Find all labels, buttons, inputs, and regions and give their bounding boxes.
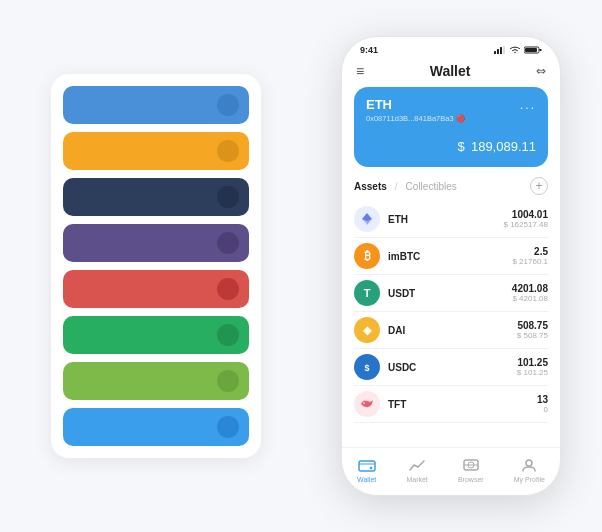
market-icon	[408, 456, 426, 474]
asset-row-usdt[interactable]: T USDT 4201.08 $ 4201.08	[354, 275, 548, 312]
imbtc-icon: ₿	[354, 243, 380, 269]
svg-rect-3	[503, 46, 505, 54]
status-time: 9:41	[360, 45, 378, 55]
currency-symbol: $	[458, 139, 465, 154]
list-item[interactable]	[63, 86, 249, 124]
status-icons	[494, 46, 542, 54]
svg-rect-6	[540, 49, 542, 51]
asset-values-usdc: 101.25 $ 101.25	[517, 357, 548, 377]
assets-tabs: Assets / Collectibles	[354, 181, 457, 192]
nav-wallet[interactable]: Wallet	[357, 456, 376, 483]
nav-wallet-label: Wallet	[357, 476, 376, 483]
asset-values-imbtc: 2.5 $ 21760.1	[512, 246, 548, 266]
asset-usd-dai: $ 508.75	[517, 331, 548, 340]
menu-icon[interactable]: ≡	[356, 63, 364, 79]
asset-amount-usdc: 101.25	[517, 357, 548, 368]
asset-usd-imbtc: $ 21760.1	[512, 257, 548, 266]
hero-card[interactable]: ETH ... 0x08711d3B...841Ba7Ba3 🔴 $ 189,0…	[354, 87, 548, 167]
asset-amount-imbtc: 2.5	[512, 246, 548, 257]
asset-row-eth[interactable]: ETH 1004.01 $ 162517.48	[354, 201, 548, 238]
asset-amount-tft: 13	[537, 394, 548, 405]
asset-row-imbtc[interactable]: ₿ imBTC 2.5 $ 21760.1	[354, 238, 548, 275]
eth-icon	[354, 206, 380, 232]
svg-rect-2	[500, 47, 502, 54]
svg-rect-13	[359, 461, 375, 471]
asset-values-tft: 13 0	[537, 394, 548, 414]
wifi-icon	[509, 46, 521, 54]
asset-list: ETH 1004.01 $ 162517.48 ₿ imBTC 2.5 $ 21…	[354, 201, 548, 423]
hero-card-header: ETH ...	[366, 97, 536, 112]
phone-content: ETH ... 0x08711d3B...841Ba7Ba3 🔴 $ 189,0…	[342, 87, 560, 447]
nav-market-label: Market	[406, 476, 427, 483]
asset-name-tft: TFT	[388, 399, 537, 410]
bottom-nav: Wallet Market Browser My Profile	[342, 447, 560, 495]
list-item[interactable]	[63, 316, 249, 354]
hero-card-address: 0x08711d3B...841Ba7Ba3 🔴	[366, 114, 536, 123]
status-bar: 9:41	[342, 37, 560, 59]
list-item[interactable]	[63, 224, 249, 262]
asset-usd-eth: $ 162517.48	[504, 220, 549, 229]
tab-collectibles[interactable]: Collectibles	[406, 181, 457, 192]
usdc-icon: $	[354, 354, 380, 380]
asset-row-dai[interactable]: ◈ DAI 508.75 $ 508.75	[354, 312, 548, 349]
nav-browser-label: Browser	[458, 476, 484, 483]
asset-name-usdc: USDC	[388, 362, 517, 373]
asset-name-usdt: USDT	[388, 288, 512, 299]
phone-mockup: 9:41	[341, 36, 561, 496]
list-item[interactable]	[63, 178, 249, 216]
svg-text:$: $	[364, 363, 369, 373]
dai-icon: ◈	[354, 317, 380, 343]
svg-rect-0	[494, 51, 496, 54]
list-item[interactable]	[63, 270, 249, 308]
balance-amount: 189,089.11	[471, 139, 536, 154]
nav-market[interactable]: Market	[406, 456, 427, 483]
asset-values-usdt: 4201.08 $ 4201.08	[512, 283, 548, 303]
asset-name-dai: DAI	[388, 325, 517, 336]
profile-icon	[520, 456, 538, 474]
asset-values-dai: 508.75 $ 508.75	[517, 320, 548, 340]
tab-assets[interactable]: Assets	[354, 181, 387, 192]
asset-row-usdc[interactable]: $ USDC 101.25 $ 101.25	[354, 349, 548, 386]
asset-row-tft[interactable]: TFT 13 0	[354, 386, 548, 423]
asset-amount-usdt: 4201.08	[512, 283, 548, 294]
list-item[interactable]	[63, 132, 249, 170]
tab-divider: /	[395, 181, 398, 192]
asset-values-eth: 1004.01 $ 162517.48	[504, 209, 549, 229]
hero-card-menu[interactable]: ...	[520, 98, 536, 112]
svg-point-18	[526, 460, 532, 466]
usdt-icon: T	[354, 280, 380, 306]
asset-name-eth: ETH	[388, 214, 504, 225]
asset-usd-tft: 0	[537, 405, 548, 414]
svg-point-14	[370, 467, 372, 469]
svg-rect-1	[497, 49, 499, 54]
scene: 9:41	[21, 16, 581, 516]
svg-rect-5	[525, 48, 537, 52]
wallet-icon	[358, 456, 376, 474]
asset-usd-usdt: $ 4201.08	[512, 294, 548, 303]
svg-point-12	[363, 402, 365, 404]
asset-amount-dai: 508.75	[517, 320, 548, 331]
nav-profile[interactable]: My Profile	[514, 456, 545, 483]
nav-browser[interactable]: Browser	[458, 456, 484, 483]
tft-icon	[354, 391, 380, 417]
asset-amount-eth: 1004.01	[504, 209, 549, 220]
expand-icon[interactable]: ⇔	[536, 64, 546, 78]
battery-icon	[524, 46, 542, 54]
hero-card-title: ETH	[366, 97, 392, 112]
hero-card-balance: $ 189,089.11	[366, 131, 536, 157]
card-stack	[51, 74, 261, 458]
signal-icon	[494, 46, 506, 54]
nav-profile-label: My Profile	[514, 476, 545, 483]
phone-header: ≡ Wallet ⇔	[342, 59, 560, 87]
assets-header: Assets / Collectibles +	[354, 177, 548, 195]
list-item[interactable]	[63, 408, 249, 446]
asset-name-imbtc: imBTC	[388, 251, 512, 262]
browser-icon	[462, 456, 480, 474]
asset-usd-usdc: $ 101.25	[517, 368, 548, 377]
add-asset-button[interactable]: +	[530, 177, 548, 195]
list-item[interactable]	[63, 362, 249, 400]
page-title: Wallet	[430, 63, 471, 79]
